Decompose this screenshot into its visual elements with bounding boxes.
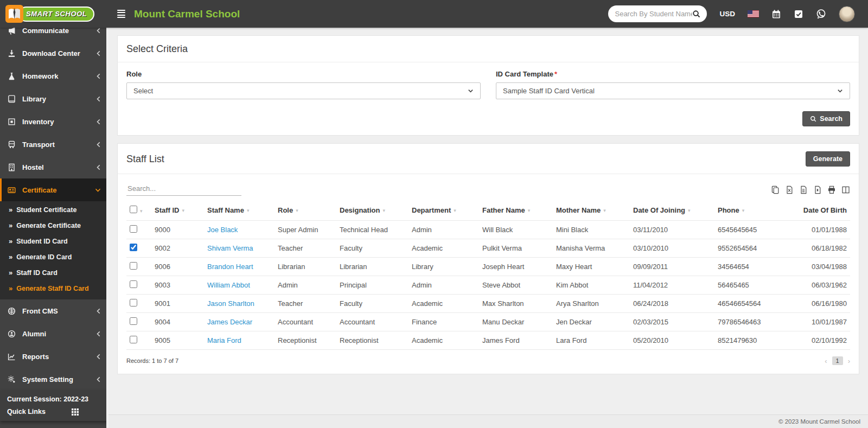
column-header-staff-id[interactable]: Staff ID▾ (151, 200, 204, 221)
column-header-phone[interactable]: Phone▾ (714, 200, 796, 221)
sidebar-subitem-student-id-card[interactable]: »Student ID Card (0, 233, 108, 249)
grid-icon[interactable] (72, 408, 79, 416)
sidebar-item-inventory[interactable]: Inventory (0, 110, 108, 133)
csv-export-icon[interactable] (799, 186, 808, 194)
column-header-staff-name[interactable]: Staff Name▾ (204, 200, 275, 221)
sidebar-item-system-setting[interactable]: System Setting (0, 368, 108, 391)
column-header-designation[interactable]: Designation▾ (336, 200, 409, 221)
row-checkbox[interactable] (130, 317, 137, 325)
pdf-export-icon[interactable] (813, 186, 822, 194)
row-checkbox[interactable] (130, 299, 137, 306)
chevron-left-icon (96, 119, 101, 125)
staff-name-link[interactable]: Joe Black (207, 226, 238, 234)
staff-name-link[interactable]: James Deckar (207, 318, 252, 326)
column-header-date-of-joining[interactable]: Date Of Joining▾ (630, 200, 714, 221)
tasks-icon[interactable] (794, 9, 803, 19)
current-page-button[interactable]: 1 (832, 356, 843, 365)
columns-export-icon[interactable] (841, 186, 850, 194)
cell-phone: 6545645645 (714, 221, 796, 239)
student-search-input[interactable] (615, 10, 692, 18)
row-checkbox[interactable] (130, 280, 137, 288)
generate-button[interactable]: Generate (806, 151, 850, 167)
template-select[interactable]: Sample Staff ID Card Vertical (496, 82, 850, 99)
staff-name-link[interactable]: Shivam Verma (207, 244, 253, 252)
staff-name-link[interactable]: Brandon Heart (207, 263, 253, 271)
sort-caret-icon[interactable]: ▾ (603, 208, 606, 213)
print-export-icon[interactable] (827, 186, 836, 194)
sidebar-subitem-generate-certificate[interactable]: »Generate Certificate (0, 218, 108, 233)
sidebar-scrollbar[interactable] (106, 28, 108, 428)
next-page-button[interactable]: › (848, 357, 850, 365)
sidebar-subitem-student-certificate[interactable]: »Student Certificate (0, 202, 108, 218)
column-header-department[interactable]: Department▾ (409, 200, 479, 221)
inventory-icon (7, 118, 16, 126)
cell-date-of-birth: 01/01/1988 (796, 221, 850, 239)
language-flag-icon[interactable] (748, 10, 759, 17)
row-checkbox[interactable] (130, 225, 137, 233)
column-header-mother-name[interactable]: Mother Name▾ (553, 200, 630, 221)
row-select-cell (126, 221, 151, 239)
sidebar-item-library[interactable]: Library (0, 87, 108, 110)
sidebar-subitem-staff-id-card[interactable]: »Staff ID Card (0, 265, 108, 280)
cell-mother-name: Manisha Verma (553, 239, 630, 258)
sidebar-item-hostel[interactable]: Hostel (0, 156, 108, 178)
student-search[interactable] (608, 5, 707, 22)
select-all-checkbox[interactable] (130, 206, 137, 213)
cell-role: Teacher (275, 295, 336, 313)
menu-toggle-icon[interactable] (117, 10, 125, 18)
row-checkbox[interactable] (130, 336, 137, 343)
excel-export-icon[interactable] (785, 186, 794, 194)
row-checkbox[interactable] (130, 262, 137, 270)
chevron-left-icon (96, 28, 101, 34)
calendar-icon[interactable] (771, 9, 781, 19)
sort-caret-icon[interactable]: ▾ (742, 208, 745, 213)
column-header-role[interactable]: Role▾ (275, 200, 336, 221)
sort-caret-icon[interactable]: ▾ (182, 208, 185, 213)
cell-role: Teacher (275, 239, 336, 258)
role-select[interactable]: Select (126, 82, 481, 99)
chevron-down-icon (468, 88, 474, 94)
hostel-icon (7, 163, 16, 171)
staff-name-link[interactable]: William Abbot (207, 281, 250, 289)
select-criteria-card: Select Criteria Role Select ID Card Temp… (117, 35, 859, 136)
sidebar-item-reports[interactable]: Reports (0, 345, 108, 368)
cell-date-of-birth: 06/16/1980 (796, 295, 850, 313)
user-avatar[interactable] (839, 6, 855, 22)
sidebar-subitem-generate-staff-id-card[interactable]: »Generate Staff ID Card (0, 280, 108, 296)
app-logo[interactable]: SMART SCHOOL (0, 0, 106, 28)
staff-name-link[interactable]: Jason Sharlton (207, 299, 254, 308)
sidebar-item-certificate[interactable]: Certificate (0, 178, 108, 201)
sort-caret-icon[interactable]: ▾ (688, 208, 691, 213)
sort-caret-icon[interactable]: ▾ (247, 208, 250, 213)
sidebar-item-transport[interactable]: Transport (0, 133, 108, 156)
sort-caret-icon[interactable]: ▾ (296, 208, 298, 213)
cell-department: Library (409, 258, 479, 276)
session-block: Current Session: 2022-23 Quick Links (0, 391, 108, 421)
sort-caret-icon[interactable]: ▾ (140, 208, 143, 214)
sidebar-item-alumni[interactable]: Alumni (0, 322, 108, 345)
sidebar-item-download-center[interactable]: Download Center (0, 42, 108, 65)
row-checkbox[interactable] (130, 244, 137, 251)
cell-staff-id: 9002 (151, 239, 204, 258)
copy-export-icon[interactable] (771, 186, 780, 194)
quick-links[interactable]: Quick Links (7, 408, 101, 416)
whatsapp-icon[interactable] (816, 9, 826, 19)
sort-caret-icon[interactable]: ▾ (528, 208, 531, 213)
sidebar-menu: CommunicateDownload CenterHomeworkLibrar… (0, 28, 108, 391)
sidebar-subitem-generate-id-card[interactable]: »Generate ID Card (0, 249, 108, 265)
table-search-input[interactable] (126, 182, 241, 196)
sort-caret-icon[interactable]: ▾ (382, 208, 385, 213)
column-header-father-name[interactable]: Father Name▾ (479, 200, 553, 221)
staff-name-link[interactable]: Maria Ford (207, 336, 241, 344)
currency-selector[interactable]: USD (719, 10, 735, 18)
prev-page-button[interactable]: ‹ (825, 357, 827, 365)
search-button[interactable]: Search (802, 111, 850, 126)
sidebar-item-homework[interactable]: Homework (0, 65, 108, 87)
sidebar-item-front-cms[interactable]: Front CMS (0, 299, 108, 322)
column-header-date-of-birth[interactable]: Date Of Birth (796, 200, 850, 221)
main-content: Select Criteria Role Select ID Card Temp… (108, 28, 868, 428)
sort-caret-icon[interactable]: ▾ (454, 208, 456, 213)
sidebar-item-communicate[interactable]: Communicate (0, 28, 108, 42)
chevron-left-icon (96, 354, 101, 360)
search-icon[interactable] (692, 10, 700, 18)
